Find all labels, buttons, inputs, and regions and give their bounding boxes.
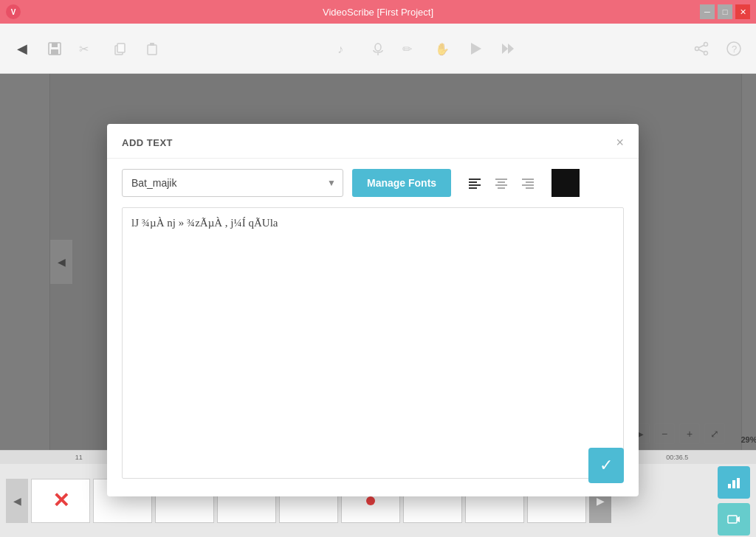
play-button[interactable] [462,35,489,62]
svg-text:✋: ✋ [435,42,450,56]
alignment-buttons [463,171,540,195]
svg-line-20 [698,49,704,52]
add-text-modal: ADD TEXT × Bat_majik ▼ Manage Fonts [107,124,639,496]
font-selector-wrapper: Bat_majik ▼ [122,169,343,197]
hand-button[interactable]: ✋ [430,35,456,62]
text-input[interactable]: lJ ¾µÀ nj » ¾zÃµÀ , j¼Í qÃUla [122,207,624,479]
svg-marker-15 [508,44,514,54]
timestamp-1: 11 [52,454,106,461]
video-icon [726,512,741,527]
align-right-button[interactable] [516,171,540,195]
main-toolbar: ◀ ✂ ♪ ✏ ✋ ? [0,24,756,74]
svg-point-16 [704,42,708,46]
align-center-button[interactable] [489,171,513,195]
cut-button[interactable]: ✂ [74,35,100,62]
svg-rect-1 [52,43,58,47]
svg-rect-35 [728,484,731,488]
minimize-button[interactable]: ─ [700,4,715,19]
help-button[interactable]: ? [721,35,747,62]
svg-text:?: ? [732,44,737,55]
delete-icon: ✕ [52,488,69,513]
modal-title: ADD TEXT [122,137,173,148]
maximize-button[interactable]: □ [718,4,732,19]
back-button[interactable]: ◀ [9,35,35,62]
modal-header: ADD TEXT × [107,124,639,159]
save-button[interactable] [41,35,68,62]
voice-button[interactable] [365,35,391,62]
manage-fonts-button[interactable]: Manage Fonts [352,169,451,197]
text-area-wrapper: lJ ¾µÀ nj » ¾zÃµÀ , j¼Í qÃUla [122,207,624,482]
confirm-button[interactable]: ✓ [588,448,624,483]
svg-rect-37 [737,478,740,488]
canvas-area: ◀ ▶ − + ⤢ 29% ADD TEXT × Bat_majik ▼ [0,74,756,450]
svg-point-9 [375,44,381,51]
align-left-button[interactable] [463,171,487,195]
timeline-thumb-1[interactable]: ✕ [31,479,90,523]
timestamp-12: 00:36.5 [650,454,704,461]
svg-rect-38 [728,516,737,523]
window-controls: ─ □ ✕ [700,4,750,19]
svg-text:♪: ♪ [337,43,343,55]
close-button[interactable]: ✕ [735,4,750,19]
modal-toolbar: Bat_majik ▼ Manage Fonts [107,159,639,207]
svg-marker-14 [502,44,508,54]
title-bar: V VideoScribe [First Project] ─ □ ✕ [0,0,756,24]
svg-rect-6 [148,45,157,55]
svg-point-18 [704,51,708,55]
chart-icon [726,475,741,490]
modal-close-button[interactable]: × [616,136,624,149]
svg-line-19 [698,45,704,48]
svg-text:✏: ✏ [402,43,413,55]
music-button[interactable]: ♪ [332,35,359,62]
color-picker-button[interactable] [551,169,580,197]
window-title: VideoScribe [First Project] [323,7,433,18]
svg-text:✂: ✂ [79,43,89,55]
video-tool-button[interactable] [718,503,750,536]
timeline-prev-button[interactable]: ◀ [6,479,28,523]
share-button[interactable] [688,35,715,62]
app-logo: V [6,4,21,19]
forward-button[interactable] [495,35,521,62]
copy-button[interactable] [106,35,133,62]
svg-rect-36 [732,480,735,488]
svg-rect-7 [150,43,154,46]
svg-rect-5 [117,44,125,52]
svg-rect-2 [51,49,58,55]
svg-point-17 [695,46,699,50]
svg-marker-13 [471,43,481,55]
chart-tool-button[interactable] [718,466,750,499]
paste-button[interactable] [139,35,165,62]
font-select[interactable]: Bat_majik [122,169,343,197]
pen-button[interactable]: ✏ [397,35,424,62]
